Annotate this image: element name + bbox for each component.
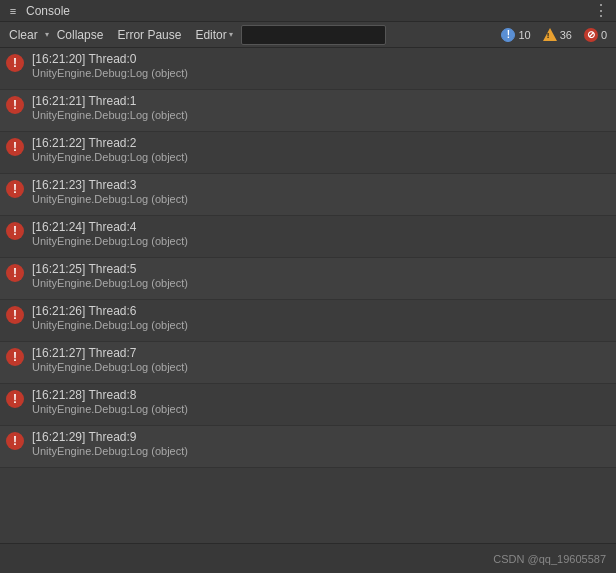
log-area[interactable]: ![16:21:20] Thread:0UnityEngine.Debug:Lo… (0, 48, 616, 543)
log-error-icon: ! (6, 432, 24, 450)
status-bar: CSDN @qq_19605587 (0, 543, 616, 573)
log-error-icon: ! (6, 96, 24, 114)
info-icon: ! (501, 28, 515, 42)
log-item[interactable]: ![16:21:28] Thread:8UnityEngine.Debug:Lo… (0, 384, 616, 426)
log-timestamp: [16:21:28] Thread:8 (32, 388, 188, 402)
warn-count: 36 (560, 29, 572, 41)
log-item[interactable]: ![16:21:26] Thread:6UnityEngine.Debug:Lo… (0, 300, 616, 342)
watermark-text: CSDN @qq_19605587 (493, 553, 606, 565)
log-timestamp: [16:21:21] Thread:1 (32, 94, 188, 108)
log-error-icon: ! (6, 390, 24, 408)
log-item[interactable]: ![16:21:22] Thread:2UnityEngine.Debug:Lo… (0, 132, 616, 174)
info-count: 10 (518, 29, 530, 41)
info-badge[interactable]: ! 10 (496, 25, 535, 45)
log-item[interactable]: ![16:21:29] Thread:9UnityEngine.Debug:Lo… (0, 426, 616, 468)
log-error-icon: ! (6, 264, 24, 282)
log-error-icon: ! (6, 54, 24, 72)
error-count: 0 (601, 29, 607, 41)
log-item[interactable]: ![16:21:23] Thread:3UnityEngine.Debug:Lo… (0, 174, 616, 216)
log-item[interactable]: ![16:21:24] Thread:4UnityEngine.Debug:Lo… (0, 216, 616, 258)
log-error-icon: ! (6, 180, 24, 198)
collapse-button[interactable]: Collapse (51, 25, 110, 45)
clear-button[interactable]: Clear (4, 25, 43, 45)
log-detail: UnityEngine.Debug:Log (object) (32, 67, 188, 79)
log-detail: UnityEngine.Debug:Log (object) (32, 403, 188, 415)
console-icon: ≡ (6, 4, 20, 18)
search-input[interactable] (241, 25, 386, 45)
log-detail: UnityEngine.Debug:Log (object) (32, 235, 188, 247)
title-bar-menu-icon[interactable]: ⋮ (593, 3, 610, 19)
clear-dropdown-icon[interactable]: ▾ (45, 30, 49, 39)
warn-badge[interactable]: 36 (538, 25, 577, 45)
error-pause-button[interactable]: Error Pause (111, 25, 187, 45)
log-timestamp: [16:21:26] Thread:6 (32, 304, 188, 318)
error-icon: ⊘ (584, 28, 598, 42)
title-bar: ≡ Console ⋮ (0, 0, 616, 22)
log-detail: UnityEngine.Debug:Log (object) (32, 319, 188, 331)
log-detail: UnityEngine.Debug:Log (object) (32, 193, 188, 205)
badge-area: ! 10 36 ⊘ 0 (496, 25, 612, 45)
log-timestamp: [16:21:24] Thread:4 (32, 220, 188, 234)
log-error-icon: ! (6, 138, 24, 156)
log-timestamp: [16:21:23] Thread:3 (32, 178, 188, 192)
log-item[interactable]: ![16:21:21] Thread:1UnityEngine.Debug:Lo… (0, 90, 616, 132)
log-item[interactable]: ![16:21:27] Thread:7UnityEngine.Debug:Lo… (0, 342, 616, 384)
log-item[interactable]: ![16:21:20] Thread:0UnityEngine.Debug:Lo… (0, 48, 616, 90)
log-error-icon: ! (6, 348, 24, 366)
editor-button[interactable]: Editor ▾ (189, 25, 238, 45)
warn-icon (543, 28, 557, 41)
log-item[interactable]: ![16:21:25] Thread:5UnityEngine.Debug:Lo… (0, 258, 616, 300)
log-timestamp: [16:21:20] Thread:0 (32, 52, 188, 66)
log-timestamp: [16:21:22] Thread:2 (32, 136, 188, 150)
log-timestamp: [16:21:27] Thread:7 (32, 346, 188, 360)
log-timestamp: [16:21:25] Thread:5 (32, 262, 188, 276)
toolbar: Clear ▾ Collapse Error Pause Editor ▾ ! … (0, 22, 616, 48)
log-detail: UnityEngine.Debug:Log (object) (32, 109, 188, 121)
log-error-icon: ! (6, 222, 24, 240)
log-detail: UnityEngine.Debug:Log (object) (32, 361, 188, 373)
log-error-icon: ! (6, 306, 24, 324)
editor-dropdown-icon: ▾ (229, 30, 233, 39)
log-detail: UnityEngine.Debug:Log (object) (32, 151, 188, 163)
error-badge[interactable]: ⊘ 0 (579, 25, 612, 45)
log-detail: UnityEngine.Debug:Log (object) (32, 277, 188, 289)
log-timestamp: [16:21:29] Thread:9 (32, 430, 188, 444)
window-title: Console (26, 4, 70, 18)
log-detail: UnityEngine.Debug:Log (object) (32, 445, 188, 457)
